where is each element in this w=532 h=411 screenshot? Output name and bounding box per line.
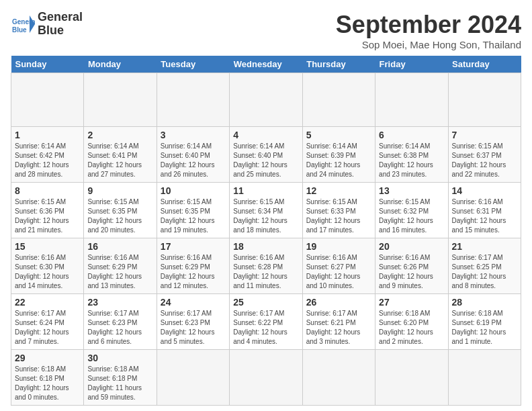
day-number: 15 — [15, 241, 80, 252]
empty-cell — [375, 350, 448, 406]
day-cell-6: 6Sunrise: 6:14 AMSunset: 6:38 PMDaylight… — [375, 127, 448, 183]
day-info: Sunrise: 6:18 AMSunset: 6:18 PMDaylight:… — [87, 365, 152, 402]
day-info: Sunrise: 6:14 AMSunset: 6:41 PMDaylight:… — [87, 142, 152, 179]
day-info: Sunrise: 6:16 AMSunset: 6:29 PMDaylight:… — [161, 253, 226, 291]
calendar-table: SundayMondayTuesdayWednesdayThursdayFrid… — [11, 56, 521, 406]
calendar-week-3: 15Sunrise: 6:16 AMSunset: 6:30 PMDayligh… — [11, 238, 521, 294]
day-cell-29: 29Sunrise: 6:18 AMSunset: 6:18 PMDayligh… — [11, 350, 84, 406]
day-cell-12: 12Sunrise: 6:15 AMSunset: 6:33 PMDayligh… — [302, 183, 375, 238]
empty-cell — [302, 350, 375, 406]
calendar-week-4: 22Sunrise: 6:17 AMSunset: 6:24 PMDayligh… — [11, 294, 521, 350]
day-number: 9 — [87, 185, 152, 196]
weekday-header-friday: Friday — [375, 56, 448, 73]
day-number: 23 — [87, 297, 152, 308]
empty-cell — [230, 350, 302, 406]
day-info: Sunrise: 6:18 AMSunset: 6:18 PMDaylight:… — [15, 365, 80, 402]
day-number: 7 — [452, 130, 517, 140]
day-info: Sunrise: 6:16 AMSunset: 6:26 PMDaylight:… — [379, 253, 444, 291]
day-info: Sunrise: 6:17 AMSunset: 6:23 PMDaylight:… — [87, 309, 152, 347]
day-number: 13 — [379, 185, 444, 196]
empty-cell — [11, 73, 84, 127]
day-cell-16: 16Sunrise: 6:16 AMSunset: 6:29 PMDayligh… — [84, 238, 157, 294]
day-number: 6 — [379, 130, 444, 140]
empty-cell — [375, 73, 448, 127]
day-number: 19 — [306, 241, 371, 252]
day-number: 1 — [15, 130, 80, 140]
day-cell-1: 1Sunrise: 6:14 AMSunset: 6:42 PMDaylight… — [11, 127, 84, 183]
day-number: 11 — [233, 185, 298, 196]
calendar-week-5: 29Sunrise: 6:18 AMSunset: 6:18 PMDayligh… — [11, 350, 521, 406]
day-info: Sunrise: 6:15 AMSunset: 6:32 PMDaylight:… — [379, 197, 444, 235]
day-number: 10 — [161, 185, 226, 196]
day-cell-19: 19Sunrise: 6:16 AMSunset: 6:27 PMDayligh… — [302, 238, 375, 294]
calendar-week-0 — [11, 73, 521, 127]
day-info: Sunrise: 6:18 AMSunset: 6:19 PMDaylight:… — [452, 309, 517, 347]
day-number: 12 — [306, 185, 371, 196]
day-cell-18: 18Sunrise: 6:16 AMSunset: 6:28 PMDayligh… — [230, 238, 302, 294]
svg-text:Blue: Blue — [12, 26, 27, 34]
weekday-header-monday: Monday — [84, 56, 157, 73]
calendar-week-1: 1Sunrise: 6:14 AMSunset: 6:42 PMDaylight… — [11, 127, 521, 183]
day-cell-25: 25Sunrise: 6:17 AMSunset: 6:22 PMDayligh… — [230, 294, 302, 350]
day-info: Sunrise: 6:14 AMSunset: 6:40 PMDaylight:… — [161, 142, 226, 179]
weekday-header-saturday: Saturday — [448, 56, 521, 73]
calendar-header-row: SundayMondayTuesdayWednesdayThursdayFrid… — [11, 56, 521, 73]
day-cell-13: 13Sunrise: 6:15 AMSunset: 6:32 PMDayligh… — [375, 183, 448, 238]
day-info: Sunrise: 6:16 AMSunset: 6:27 PMDaylight:… — [306, 253, 371, 291]
day-info: Sunrise: 6:17 AMSunset: 6:23 PMDaylight:… — [161, 309, 226, 347]
day-number: 4 — [233, 130, 298, 140]
day-number: 3 — [161, 130, 226, 140]
day-cell-14: 14Sunrise: 6:16 AMSunset: 6:31 PMDayligh… — [448, 183, 521, 238]
day-cell-10: 10Sunrise: 6:15 AMSunset: 6:35 PMDayligh… — [157, 183, 229, 238]
day-cell-15: 15Sunrise: 6:16 AMSunset: 6:30 PMDayligh… — [11, 238, 84, 294]
weekday-header-wednesday: Wednesday — [230, 56, 302, 73]
day-cell-22: 22Sunrise: 6:17 AMSunset: 6:24 PMDayligh… — [11, 294, 84, 350]
day-number: 28 — [452, 297, 517, 308]
day-cell-28: 28Sunrise: 6:18 AMSunset: 6:19 PMDayligh… — [448, 294, 521, 350]
location-title: Sop Moei, Mae Hong Son, Thailand — [336, 39, 521, 50]
day-number: 14 — [452, 185, 517, 196]
day-number: 21 — [452, 241, 517, 252]
logo-text-line2: Blue — [38, 24, 83, 38]
day-number: 20 — [379, 241, 444, 252]
day-info: Sunrise: 6:17 AMSunset: 6:21 PMDaylight:… — [306, 309, 371, 347]
day-cell-7: 7Sunrise: 6:15 AMSunset: 6:37 PMDaylight… — [448, 127, 521, 183]
day-info: Sunrise: 6:14 AMSunset: 6:38 PMDaylight:… — [379, 142, 444, 179]
day-number: 30 — [87, 353, 152, 363]
day-cell-21: 21Sunrise: 6:17 AMSunset: 6:25 PMDayligh… — [448, 238, 521, 294]
empty-cell — [157, 73, 229, 127]
weekday-header-tuesday: Tuesday — [157, 56, 229, 73]
day-info: Sunrise: 6:16 AMSunset: 6:28 PMDaylight:… — [233, 253, 298, 291]
weekday-header-thursday: Thursday — [302, 56, 375, 73]
month-title: September 2024 — [336, 11, 521, 39]
day-info: Sunrise: 6:16 AMSunset: 6:29 PMDaylight:… — [87, 253, 152, 291]
calendar-week-2: 8Sunrise: 6:15 AMSunset: 6:36 PMDaylight… — [11, 183, 521, 238]
day-cell-2: 2Sunrise: 6:14 AMSunset: 6:41 PMDaylight… — [84, 127, 157, 183]
day-info: Sunrise: 6:16 AMSunset: 6:31 PMDaylight:… — [452, 197, 517, 235]
day-number: 27 — [379, 297, 444, 308]
day-info: Sunrise: 6:17 AMSunset: 6:25 PMDaylight:… — [452, 253, 517, 291]
day-number: 25 — [233, 297, 298, 308]
title-block: September 2024 Sop Moei, Mae Hong Son, T… — [336, 11, 521, 50]
empty-cell — [230, 73, 302, 127]
day-info: Sunrise: 6:14 AMSunset: 6:40 PMDaylight:… — [233, 142, 298, 179]
day-info: Sunrise: 6:17 AMSunset: 6:24 PMDaylight:… — [15, 309, 80, 347]
day-cell-27: 27Sunrise: 6:18 AMSunset: 6:20 PMDayligh… — [375, 294, 448, 350]
day-cell-23: 23Sunrise: 6:17 AMSunset: 6:23 PMDayligh… — [84, 294, 157, 350]
day-number: 16 — [87, 241, 152, 252]
empty-cell — [302, 73, 375, 127]
weekday-header-sunday: Sunday — [11, 56, 84, 73]
header: General Blue General Blue September 2024… — [11, 11, 521, 50]
day-info: Sunrise: 6:14 AMSunset: 6:42 PMDaylight:… — [15, 142, 80, 179]
day-info: Sunrise: 6:16 AMSunset: 6:30 PMDaylight:… — [15, 253, 80, 291]
day-cell-8: 8Sunrise: 6:15 AMSunset: 6:36 PMDaylight… — [11, 183, 84, 238]
day-number: 26 — [306, 297, 371, 308]
day-number: 22 — [15, 297, 80, 308]
day-cell-3: 3Sunrise: 6:14 AMSunset: 6:40 PMDaylight… — [157, 127, 229, 183]
day-number: 5 — [306, 130, 371, 140]
day-info: Sunrise: 6:15 AMSunset: 6:34 PMDaylight:… — [233, 197, 298, 235]
logo-text-line1: General — [38, 11, 83, 24]
day-info: Sunrise: 6:15 AMSunset: 6:35 PMDaylight:… — [161, 197, 226, 235]
day-cell-9: 9Sunrise: 6:15 AMSunset: 6:35 PMDaylight… — [84, 183, 157, 238]
day-info: Sunrise: 6:15 AMSunset: 6:36 PMDaylight:… — [15, 197, 80, 235]
